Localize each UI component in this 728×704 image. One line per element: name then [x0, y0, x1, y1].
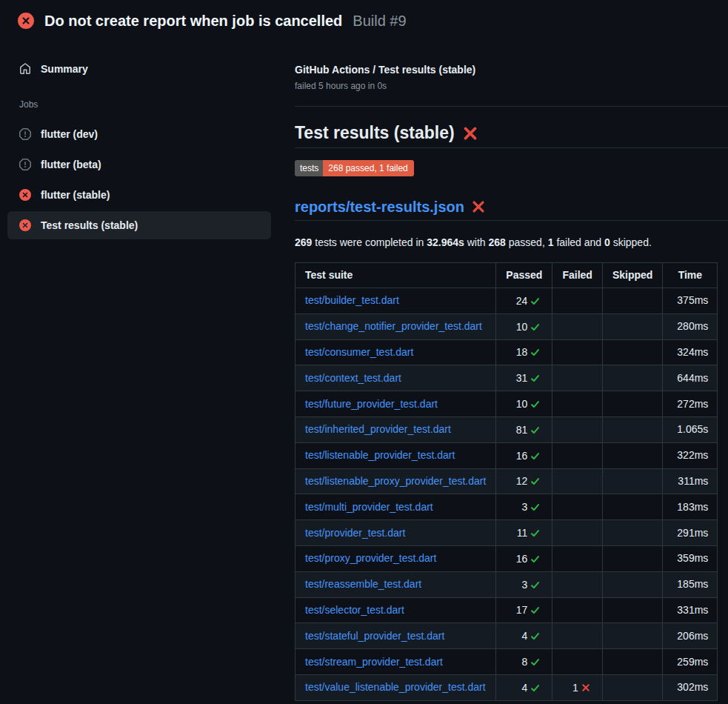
- time-cell: 206ms: [663, 623, 718, 649]
- failed-cell: [552, 313, 602, 339]
- table-row: test/listenable_provider_test.dart 16 32…: [295, 442, 718, 468]
- summary-line: 269 tests were completed in 32.964s with…: [295, 235, 728, 250]
- passed-cell: 18: [496, 339, 552, 365]
- table-row: test/change_notifier_provider_test.dart …: [295, 313, 718, 339]
- suite-cell: test/provider_test.dart: [295, 520, 496, 546]
- suite-cell: test/selector_test.dart: [295, 597, 496, 623]
- suite-cell: test/listenable_provider_test.dart: [295, 442, 496, 468]
- suite-cell: test/change_notifier_provider_test.dart: [295, 313, 496, 339]
- failed-cell: [552, 365, 602, 391]
- home-icon: [19, 63, 31, 75]
- sidebar-job-item[interactable]: Test results (stable): [7, 211, 271, 239]
- passed-cell: 8: [496, 649, 552, 675]
- test-suite-link[interactable]: test/value_listenable_provider_test.dart: [305, 681, 486, 693]
- skipped-cell: [602, 339, 662, 365]
- test-suite-link[interactable]: test/inherited_provider_test.dart: [305, 423, 451, 435]
- table-row: test/selector_test.dart 17 331ms: [295, 597, 718, 623]
- build-number: Build #9: [353, 13, 406, 30]
- time-cell: 183ms: [663, 494, 718, 520]
- skipped-cell: [602, 520, 662, 546]
- time-cell: 322ms: [663, 442, 718, 468]
- test-suite-link[interactable]: test/stream_provider_test.dart: [305, 656, 443, 668]
- table-row: test/future_provider_test.dart 10 272ms: [295, 391, 718, 417]
- sidebar-item-summary[interactable]: Summary: [7, 55, 271, 83]
- check-icon: [530, 631, 540, 641]
- jobs-list: flutter (dev) flutter (beta) flutter (st…: [7, 120, 271, 239]
- check-icon: [530, 399, 540, 409]
- test-suite-link[interactable]: test/stateful_provider_test.dart: [305, 630, 444, 642]
- time-cell: 311ms: [663, 468, 718, 494]
- skipped-cell: [602, 494, 662, 520]
- test-suite-link[interactable]: test/change_notifier_provider_test.dart: [305, 320, 482, 332]
- test-suite-link[interactable]: test/multi_provider_test.dart: [305, 501, 433, 513]
- check-icon: [530, 476, 540, 486]
- table-row: test/consumer_test.dart 18 324ms: [295, 339, 718, 365]
- table-row: test/stream_provider_test.dart 8 259ms: [295, 649, 718, 675]
- table-row: test/multi_provider_test.dart 3 183ms: [295, 494, 718, 520]
- table-row: test/inherited_provider_test.dart 81 1.0…: [295, 416, 718, 442]
- suite-cell: test/multi_provider_test.dart: [295, 494, 496, 520]
- skipped-cell: [602, 468, 662, 494]
- table-row: test/context_test.dart 31 644ms: [295, 365, 718, 391]
- col-test-suite: Test suite: [295, 263, 496, 288]
- suite-cell: test/value_listenable_provider_test.dart: [295, 674, 496, 700]
- failed-cell: 1: [552, 674, 602, 700]
- passed-cell: 81: [496, 416, 552, 442]
- time-cell: 259ms: [663, 649, 718, 675]
- time-cell: 280ms: [663, 313, 718, 339]
- job-label: flutter (stable): [41, 189, 110, 201]
- time-cell: 272ms: [663, 391, 718, 417]
- passed-cell: 16: [496, 442, 552, 468]
- fail-icon: [19, 219, 31, 231]
- passed-cell: 31: [496, 365, 552, 391]
- build-failed-icon: [18, 13, 34, 29]
- badge-value: 268 passed, 1 failed: [323, 160, 413, 176]
- failed-cell: [552, 288, 602, 314]
- table-row: test/reassemble_test.dart 3 185ms: [295, 571, 718, 597]
- main-content: GitHub Actions / Test results (stable) f…: [281, 41, 728, 701]
- failed-cell: [552, 597, 602, 623]
- suite-cell: test/stateful_provider_test.dart: [295, 623, 496, 649]
- test-suite-link[interactable]: test/reassemble_test.dart: [305, 578, 421, 590]
- time-cell: 644ms: [663, 365, 718, 391]
- test-suite-link[interactable]: test/future_provider_test.dart: [305, 398, 438, 410]
- test-suite-link[interactable]: test/builder_test.dart: [305, 294, 399, 306]
- suite-cell: test/inherited_provider_test.dart: [295, 416, 496, 442]
- time-cell: 359ms: [663, 545, 718, 571]
- skipped-cell: [602, 571, 662, 597]
- passed-cell: 3: [496, 571, 552, 597]
- sidebar-job-item[interactable]: flutter (dev): [7, 120, 271, 148]
- badge-label: tests: [295, 160, 323, 176]
- check-icon: [530, 605, 540, 615]
- skipped-cell: [602, 545, 662, 571]
- check-icon: [530, 348, 540, 357]
- skipped-cell: [602, 391, 662, 417]
- test-suite-link[interactable]: test/context_test.dart: [305, 372, 401, 384]
- col-skipped: Skipped: [602, 263, 662, 288]
- test-suite-link[interactable]: test/provider_test.dart: [305, 527, 405, 539]
- table-row: test/value_listenable_provider_test.dart…: [295, 674, 718, 700]
- check-icon: [530, 502, 540, 512]
- passed-cell: 11: [496, 520, 552, 546]
- report-file-link[interactable]: reports/test-results.json: [295, 197, 464, 216]
- failed-cell: [552, 545, 602, 571]
- test-suite-link[interactable]: test/proxy_provider_test.dart: [305, 552, 436, 564]
- page-title: Do not create report when job is cancell…: [44, 13, 342, 30]
- suite-cell: test/proxy_provider_test.dart: [295, 545, 496, 571]
- col-time: Time: [663, 263, 718, 288]
- divider: [295, 106, 728, 107]
- check-icon: [530, 322, 540, 332]
- test-suite-link[interactable]: test/listenable_provider_test.dart: [305, 449, 455, 461]
- skipped-cell: [602, 623, 662, 649]
- check-icon: [530, 296, 540, 306]
- failed-cell: [552, 494, 602, 520]
- sidebar: Summary Jobs flutter (dev) flutter (beta…: [0, 41, 281, 239]
- check-icon: [530, 657, 540, 667]
- sidebar-job-item[interactable]: flutter (beta): [7, 150, 271, 179]
- test-suite-link[interactable]: test/selector_test.dart: [305, 604, 404, 616]
- passed-cell: 4: [496, 674, 552, 700]
- table-row: test/listenable_proxy_provider_test.dart…: [295, 468, 718, 494]
- test-suite-link[interactable]: test/consumer_test.dart: [305, 346, 413, 358]
- sidebar-job-item[interactable]: flutter (stable): [7, 181, 271, 209]
- test-suite-link[interactable]: test/listenable_proxy_provider_test.dart: [305, 475, 486, 487]
